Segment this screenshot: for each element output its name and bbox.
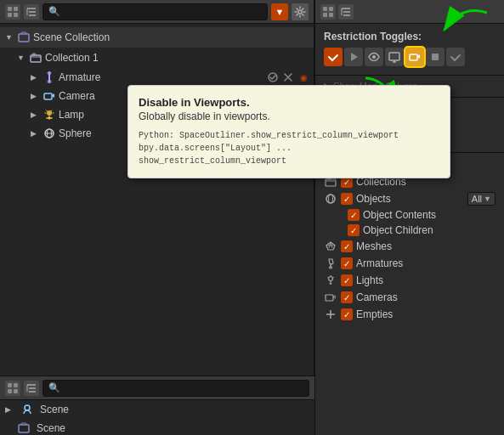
view-icon[interactable] <box>5 4 20 20</box>
cameras-row: ✓ Cameras <box>315 289 504 306</box>
armature-item[interactable]: ▶ Armature <box>0 68 314 87</box>
armature-label: Armature <box>59 71 266 83</box>
toggle-hide-render[interactable] <box>405 48 424 66</box>
camera-icon <box>42 89 56 103</box>
svg-rect-16 <box>44 93 52 99</box>
scene-collection-item[interactable]: ▼ Scene Collection <box>0 27 314 48</box>
scene-icon <box>17 31 31 44</box>
cameras-label: Cameras <box>356 291 398 303</box>
sphere-icon <box>42 127 56 140</box>
svg-rect-2 <box>8 13 12 17</box>
toggle-indirect-only[interactable] <box>446 48 465 66</box>
svg-point-40 <box>326 195 335 203</box>
armature-action2[interactable] <box>281 71 295 84</box>
svg-rect-9 <box>19 34 29 42</box>
collection1-label: Collection 1 <box>45 52 314 64</box>
svg-rect-11 <box>32 54 36 55</box>
scene-item-arrow: ▶ <box>5 405 17 414</box>
armatures-checkbox[interactable]: ✓ <box>341 257 353 269</box>
right-panel-header <box>315 0 504 24</box>
tooltip-popup: Disable in Viewports. Globally disable i… <box>127 85 450 178</box>
restriction-label: Restriction Toggles: <box>315 24 504 46</box>
lights-label: Lights <box>356 274 383 286</box>
armatures-label: Armatures <box>356 257 403 269</box>
svg-rect-27 <box>329 13 333 17</box>
meshes-row: ✓ Meshes <box>315 238 504 255</box>
objects-select[interactable]: All ▼ <box>467 192 496 206</box>
empties-row: ✓ Empties <box>315 306 504 323</box>
lights-checkbox[interactable]: ✓ <box>341 274 353 286</box>
svg-rect-33 <box>389 53 399 60</box>
right-view-icon[interactable] <box>320 4 336 20</box>
scene-sub-item[interactable]: Scene <box>0 419 314 435</box>
toggle-hide-viewport[interactable] <box>385 48 404 66</box>
svg-rect-38 <box>326 179 336 186</box>
armatures-row: ✓ Armatures <box>315 255 504 272</box>
cameras-filter-icon <box>324 291 337 304</box>
svg-point-61 <box>25 405 30 410</box>
svg-rect-37 <box>432 54 439 60</box>
object-contents-row: ✓ Object Contents <box>315 207 504 223</box>
bottom-outliner-icon[interactable] <box>24 381 39 396</box>
object-children-label: Object Children <box>363 224 433 236</box>
svg-rect-0 <box>8 7 12 11</box>
collection-icon <box>29 51 42 65</box>
bottom-search-icon: 🔍 <box>48 382 60 393</box>
search-icon: 🔍 <box>48 6 60 17</box>
scene-collection-label: Scene Collection <box>33 31 314 43</box>
armature-action3[interactable]: ◉ <box>297 71 310 84</box>
toggle-holdout[interactable] <box>426 48 445 66</box>
svg-rect-50 <box>326 295 333 301</box>
left-panel-header: 🔍 ▼ <box>0 0 314 24</box>
scene-item[interactable]: ▶ Scene <box>0 400 314 419</box>
objects-select-value: All <box>472 194 482 204</box>
bottom-search-box[interactable]: 🔍 <box>42 380 309 397</box>
armature-action1[interactable] <box>266 71 280 84</box>
right-panel: Restriction Toggles: <box>314 0 504 435</box>
tree-arrow-collection1: ▼ <box>17 54 29 62</box>
object-children-row: ✓ Object Children <box>315 223 504 238</box>
empties-checkbox[interactable]: ✓ <box>341 308 353 320</box>
svg-rect-25 <box>329 7 333 11</box>
tooltip-code-line2: bpy.data.screens["Layout"] ... show_rest… <box>139 142 439 167</box>
toggle-restrict-viewport[interactable] <box>365 48 383 66</box>
svg-rect-55 <box>8 389 12 393</box>
outliner-icon[interactable] <box>24 4 39 20</box>
objects-checkbox[interactable]: ✓ <box>341 193 353 205</box>
svg-rect-10 <box>31 55 41 62</box>
tree-arrow-armature: ▶ <box>31 73 42 82</box>
scene-item-label: Scene <box>40 404 314 415</box>
scene-sub-icon <box>17 421 31 435</box>
toggle-restrict-render[interactable] <box>324 48 343 66</box>
lights-filter-icon <box>324 274 337 287</box>
right-outliner-icon[interactable] <box>338 4 354 20</box>
filter-btn[interactable]: ▼ <box>271 3 288 20</box>
object-contents-checkbox[interactable]: ✓ <box>348 209 360 221</box>
tree-arrow-scene: ▼ <box>5 33 17 42</box>
objects-row: ✓ Objects All ▼ <box>315 190 504 207</box>
svg-point-41 <box>329 195 333 203</box>
collection1-item[interactable]: ▼ Collection 1 <box>0 48 314 68</box>
cameras-checkbox[interactable]: ✓ <box>341 291 353 303</box>
svg-rect-1 <box>14 7 18 11</box>
lamp-icon <box>42 108 56 121</box>
objects-select-arrow: ▼ <box>484 195 491 203</box>
object-children-checkbox[interactable]: ✓ <box>348 224 360 236</box>
svg-rect-62 <box>19 425 29 432</box>
svg-point-44 <box>329 277 333 281</box>
lights-row: ✓ Lights <box>315 272 504 289</box>
restriction-icons-row <box>315 46 504 71</box>
svg-rect-36 <box>410 54 417 60</box>
svg-point-32 <box>372 55 376 59</box>
toggle-restrict-select[interactable] <box>344 48 363 66</box>
settings-btn[interactable] <box>292 3 309 20</box>
scene-item-icon <box>20 403 34 416</box>
bottom-view-icon[interactable] <box>5 381 20 396</box>
meshes-label: Meshes <box>356 240 392 252</box>
tooltip-code-line1: Python: SpaceOutliner.show_restrict_colu… <box>139 129 439 142</box>
meshes-checkbox[interactable]: ✓ <box>341 240 353 252</box>
svg-rect-24 <box>323 7 327 11</box>
search-box-top[interactable]: 🔍 <box>42 3 268 20</box>
meshes-filter-icon <box>324 240 337 253</box>
svg-rect-56 <box>14 389 18 393</box>
